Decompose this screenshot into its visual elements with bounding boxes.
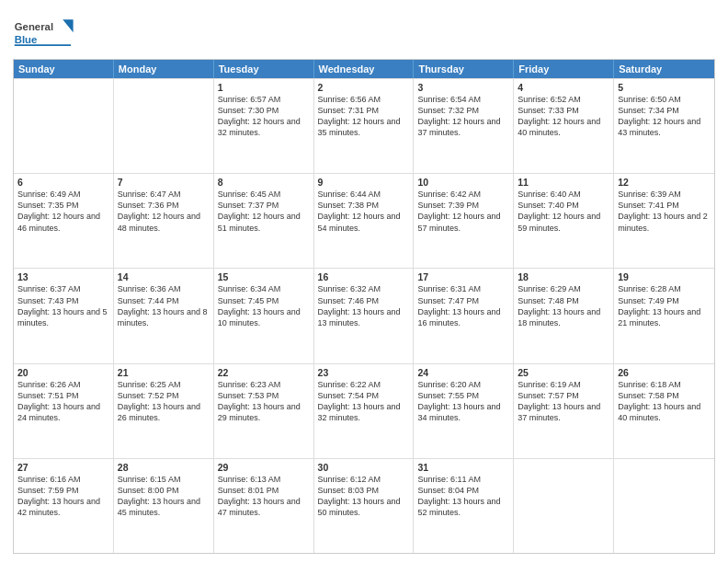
weekday-header: Sunday	[14, 60, 114, 78]
calendar-cell: 11Sunrise: 6:40 AM Sunset: 7:40 PM Dayli…	[514, 174, 614, 268]
day-info: Sunrise: 6:36 AM Sunset: 7:44 PM Dayligh…	[118, 283, 210, 328]
calendar-cell: 19Sunrise: 6:28 AM Sunset: 7:49 PM Dayli…	[614, 269, 714, 362]
day-number: 25	[518, 367, 609, 378]
day-number: 21	[118, 367, 210, 378]
calendar-cell: 24Sunrise: 6:20 AM Sunset: 7:55 PM Dayli…	[414, 364, 514, 458]
day-info: Sunrise: 6:52 AM Sunset: 7:33 PM Dayligh…	[518, 94, 609, 139]
weekday-header: Monday	[114, 60, 214, 78]
calendar-row: 27Sunrise: 6:16 AM Sunset: 7:59 PM Dayli…	[14, 458, 714, 553]
day-info: Sunrise: 6:42 AM Sunset: 7:39 PM Dayligh…	[417, 189, 509, 234]
day-info: Sunrise: 6:49 AM Sunset: 7:35 PM Dayligh…	[17, 189, 109, 234]
day-number: 20	[17, 367, 109, 378]
calendar-cell: 9Sunrise: 6:44 AM Sunset: 7:38 PM Daylig…	[314, 174, 415, 268]
day-info: Sunrise: 6:50 AM Sunset: 7:34 PM Dayligh…	[618, 94, 711, 139]
calendar-cell: 26Sunrise: 6:18 AM Sunset: 7:58 PM Dayli…	[614, 364, 714, 458]
day-number: 2	[318, 82, 410, 93]
svg-marker-1	[63, 19, 73, 32]
calendar-cell: 27Sunrise: 6:16 AM Sunset: 7:59 PM Dayli…	[14, 459, 114, 553]
calendar-header: SundayMondayTuesdayWednesdayThursdayFrid…	[14, 60, 714, 78]
day-info: Sunrise: 6:11 AM Sunset: 8:04 PM Dayligh…	[417, 474, 509, 519]
calendar-cell: 18Sunrise: 6:29 AM Sunset: 7:48 PM Dayli…	[514, 269, 614, 362]
calendar-cell: 29Sunrise: 6:13 AM Sunset: 8:01 PM Dayli…	[214, 459, 314, 553]
day-info: Sunrise: 6:12 AM Sunset: 8:03 PM Dayligh…	[318, 474, 410, 519]
day-number: 6	[17, 177, 109, 188]
day-info: Sunrise: 6:39 AM Sunset: 7:41 PM Dayligh…	[618, 189, 711, 234]
calendar-cell	[514, 459, 614, 553]
day-number: 26	[618, 367, 711, 378]
calendar-row: 6Sunrise: 6:49 AM Sunset: 7:35 PM Daylig…	[14, 173, 714, 268]
calendar-cell	[14, 79, 114, 173]
calendar-cell: 23Sunrise: 6:22 AM Sunset: 7:54 PM Dayli…	[314, 364, 415, 458]
calendar-cell	[614, 459, 714, 553]
day-number: 5	[618, 82, 711, 93]
svg-text:Blue: Blue	[15, 34, 38, 45]
day-info: Sunrise: 6:44 AM Sunset: 7:38 PM Dayligh…	[318, 189, 410, 234]
calendar-cell: 4Sunrise: 6:52 AM Sunset: 7:33 PM Daylig…	[514, 79, 614, 173]
day-info: Sunrise: 6:45 AM Sunset: 7:37 PM Dayligh…	[218, 189, 310, 234]
day-number: 28	[118, 462, 210, 473]
calendar-cell: 8Sunrise: 6:45 AM Sunset: 7:37 PM Daylig…	[214, 174, 314, 268]
calendar-cell: 25Sunrise: 6:19 AM Sunset: 7:57 PM Dayli…	[514, 364, 614, 458]
logo: General Blue	[13, 13, 77, 53]
day-number: 30	[318, 462, 410, 473]
calendar-row: 13Sunrise: 6:37 AM Sunset: 7:43 PM Dayli…	[14, 268, 714, 362]
day-info: Sunrise: 6:28 AM Sunset: 7:49 PM Dayligh…	[618, 283, 711, 328]
day-number: 3	[417, 82, 509, 93]
day-info: Sunrise: 6:15 AM Sunset: 8:00 PM Dayligh…	[118, 474, 210, 519]
day-info: Sunrise: 6:18 AM Sunset: 7:58 PM Dayligh…	[618, 379, 711, 424]
day-info: Sunrise: 6:26 AM Sunset: 7:51 PM Dayligh…	[17, 379, 109, 424]
day-info: Sunrise: 6:20 AM Sunset: 7:55 PM Dayligh…	[417, 379, 509, 424]
day-number: 16	[318, 271, 410, 282]
svg-text:General: General	[15, 21, 53, 32]
day-info: Sunrise: 6:23 AM Sunset: 7:53 PM Dayligh…	[218, 379, 310, 424]
calendar-cell: 15Sunrise: 6:34 AM Sunset: 7:45 PM Dayli…	[214, 269, 314, 362]
day-number: 9	[318, 177, 410, 188]
weekday-header: Saturday	[614, 60, 714, 78]
calendar-cell	[114, 79, 214, 173]
day-info: Sunrise: 6:37 AM Sunset: 7:43 PM Dayligh…	[17, 283, 109, 328]
calendar-cell: 17Sunrise: 6:31 AM Sunset: 7:47 PM Dayli…	[414, 269, 514, 362]
page: General Blue SundayMondayTuesdayWednesda…	[0, 0, 728, 563]
logo-svg: General Blue	[13, 13, 77, 53]
calendar-cell: 13Sunrise: 6:37 AM Sunset: 7:43 PM Dayli…	[14, 269, 114, 362]
day-number: 4	[518, 82, 609, 93]
day-number: 1	[218, 82, 310, 93]
day-number: 14	[118, 271, 210, 282]
day-number: 8	[218, 177, 310, 188]
day-number: 12	[618, 177, 711, 188]
calendar-cell: 12Sunrise: 6:39 AM Sunset: 7:41 PM Dayli…	[614, 174, 714, 268]
calendar-row: 20Sunrise: 6:26 AM Sunset: 7:51 PM Dayli…	[14, 363, 714, 458]
calendar-cell: 1Sunrise: 6:57 AM Sunset: 7:30 PM Daylig…	[214, 79, 314, 173]
day-number: 17	[417, 271, 509, 282]
day-number: 19	[618, 271, 711, 282]
day-info: Sunrise: 6:32 AM Sunset: 7:46 PM Dayligh…	[318, 283, 410, 328]
calendar-cell: 28Sunrise: 6:15 AM Sunset: 8:00 PM Dayli…	[114, 459, 214, 553]
day-number: 22	[218, 367, 310, 378]
calendar-cell: 14Sunrise: 6:36 AM Sunset: 7:44 PM Dayli…	[114, 269, 214, 362]
day-number: 15	[218, 271, 310, 282]
calendar-cell: 2Sunrise: 6:56 AM Sunset: 7:31 PM Daylig…	[314, 79, 415, 173]
weekday-header: Thursday	[414, 60, 514, 78]
day-info: Sunrise: 6:25 AM Sunset: 7:52 PM Dayligh…	[118, 379, 210, 424]
day-info: Sunrise: 6:19 AM Sunset: 7:57 PM Dayligh…	[518, 379, 609, 424]
calendar-body: 1Sunrise: 6:57 AM Sunset: 7:30 PM Daylig…	[14, 78, 714, 553]
day-info: Sunrise: 6:22 AM Sunset: 7:54 PM Dayligh…	[318, 379, 410, 424]
day-info: Sunrise: 6:34 AM Sunset: 7:45 PM Dayligh…	[218, 283, 310, 328]
calendar-cell: 6Sunrise: 6:49 AM Sunset: 7:35 PM Daylig…	[14, 174, 114, 268]
calendar-cell: 3Sunrise: 6:54 AM Sunset: 7:32 PM Daylig…	[414, 79, 514, 173]
day-number: 23	[318, 367, 410, 378]
day-number: 24	[417, 367, 509, 378]
calendar-cell: 22Sunrise: 6:23 AM Sunset: 7:53 PM Dayli…	[214, 364, 314, 458]
weekday-header: Friday	[514, 60, 614, 78]
weekday-header: Tuesday	[214, 60, 314, 78]
day-info: Sunrise: 6:13 AM Sunset: 8:01 PM Dayligh…	[218, 474, 310, 519]
header: General Blue	[13, 9, 715, 53]
calendar-cell: 30Sunrise: 6:12 AM Sunset: 8:03 PM Dayli…	[314, 459, 415, 553]
day-info: Sunrise: 6:54 AM Sunset: 7:32 PM Dayligh…	[417, 94, 509, 139]
calendar-cell: 7Sunrise: 6:47 AM Sunset: 7:36 PM Daylig…	[114, 174, 214, 268]
weekday-header: Wednesday	[314, 60, 415, 78]
calendar-cell: 16Sunrise: 6:32 AM Sunset: 7:46 PM Dayli…	[314, 269, 415, 362]
calendar-row: 1Sunrise: 6:57 AM Sunset: 7:30 PM Daylig…	[14, 78, 714, 173]
day-info: Sunrise: 6:40 AM Sunset: 7:40 PM Dayligh…	[518, 189, 609, 234]
day-info: Sunrise: 6:31 AM Sunset: 7:47 PM Dayligh…	[417, 283, 509, 328]
